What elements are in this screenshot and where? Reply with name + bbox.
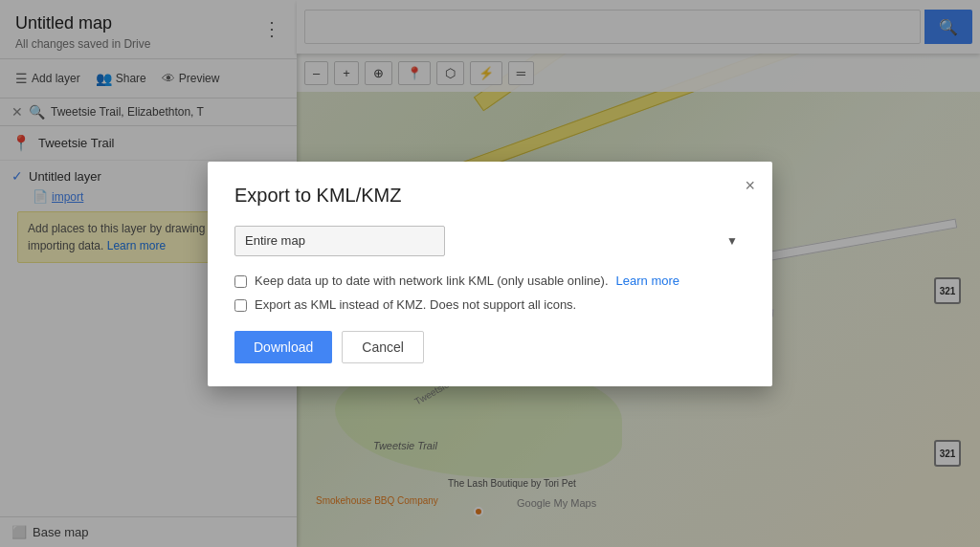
map-select-wrapper: Entire map Untitled layer ▼	[234, 226, 746, 256]
network-link-checkbox[interactable]	[234, 275, 247, 288]
cancel-button[interactable]: Cancel	[342, 331, 424, 363]
checkbox2-label: Export as KML instead of KMZ. Does not s…	[255, 297, 576, 312]
learn-more-link-dialog[interactable]: Learn more	[616, 274, 679, 288]
kml-format-checkbox[interactable]	[234, 299, 247, 312]
select-arrow-icon: ▼	[726, 234, 738, 248]
checkbox-row-1: Keep data up to date with network link K…	[234, 274, 746, 288]
checkbox-row-2: Export as KML instead of KMZ. Does not s…	[234, 297, 746, 312]
dialog-title: Export to KML/KMZ	[234, 185, 746, 207]
checkbox1-label: Keep data up to date with network link K…	[255, 274, 609, 288]
dialog-actions: Download Cancel	[234, 331, 746, 363]
export-scope-select[interactable]: Entire map Untitled layer	[234, 226, 445, 256]
export-dialog: × Export to KML/KMZ Entire map Untitled …	[208, 162, 772, 386]
modal-overlay: × Export to KML/KMZ Entire map Untitled …	[0, 0, 980, 547]
dialog-close-button[interactable]: ×	[741, 173, 759, 198]
download-button[interactable]: Download	[234, 331, 332, 363]
